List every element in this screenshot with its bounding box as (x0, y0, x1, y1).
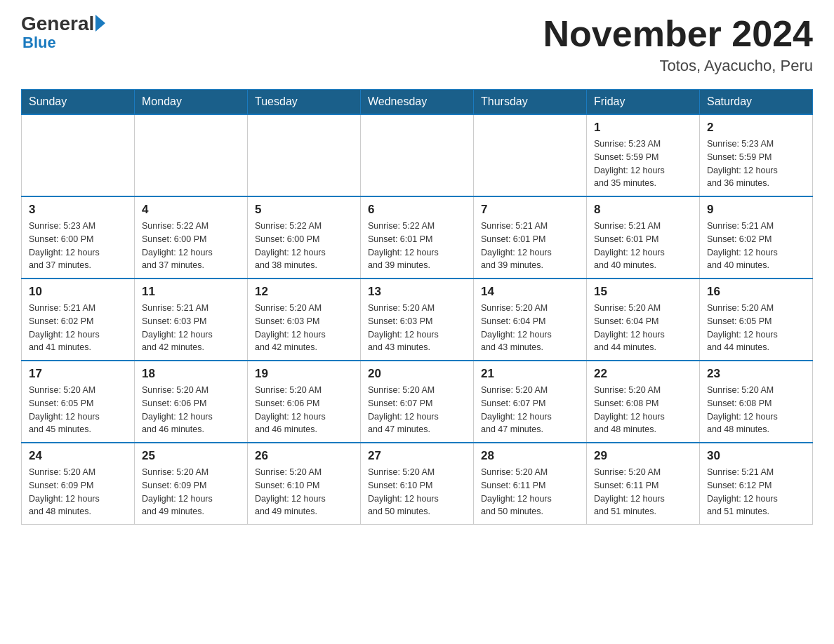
day-number: 24 (29, 449, 127, 463)
day-info: Sunrise: 5:23 AMSunset: 5:59 PMDaylight:… (594, 137, 692, 190)
calendar-cell: 26Sunrise: 5:20 AMSunset: 6:10 PMDayligh… (248, 443, 361, 525)
calendar-cell: 27Sunrise: 5:20 AMSunset: 6:10 PMDayligh… (361, 443, 474, 525)
day-number: 10 (29, 285, 127, 299)
calendar-table: SundayMondayTuesdayWednesdayThursdayFrid… (21, 89, 813, 525)
day-number: 3 (29, 203, 127, 217)
day-number: 6 (368, 203, 466, 217)
calendar-day-header: Saturday (700, 90, 813, 115)
calendar-cell: 2Sunrise: 5:23 AMSunset: 5:59 PMDaylight… (700, 114, 813, 196)
calendar-cell: 10Sunrise: 5:21 AMSunset: 6:02 PMDayligh… (22, 279, 135, 361)
calendar-day-header: Friday (587, 90, 700, 115)
calendar-cell: 30Sunrise: 5:21 AMSunset: 6:12 PMDayligh… (700, 443, 813, 525)
calendar-cell: 12Sunrise: 5:20 AMSunset: 6:03 PMDayligh… (248, 279, 361, 361)
day-info: Sunrise: 5:21 AMSunset: 6:02 PMDaylight:… (707, 220, 805, 272)
calendar-cell: 18Sunrise: 5:20 AMSunset: 6:06 PMDayligh… (135, 361, 248, 443)
calendar-day-header: Wednesday (361, 90, 474, 115)
calendar-week-row: 24Sunrise: 5:20 AMSunset: 6:09 PMDayligh… (22, 443, 813, 525)
day-number: 21 (481, 367, 579, 381)
day-number: 17 (29, 367, 127, 381)
day-info: Sunrise: 5:20 AMSunset: 6:06 PMDaylight:… (142, 384, 240, 436)
calendar-cell: 13Sunrise: 5:20 AMSunset: 6:03 PMDayligh… (361, 279, 474, 361)
location: Totos, Ayacucho, Peru (543, 57, 813, 75)
day-number: 25 (142, 449, 240, 463)
day-number: 4 (142, 203, 240, 217)
day-number: 8 (594, 203, 692, 217)
day-info: Sunrise: 5:20 AMSunset: 6:06 PMDaylight:… (255, 384, 353, 436)
calendar-week-row: 3Sunrise: 5:23 AMSunset: 6:00 PMDaylight… (22, 196, 813, 279)
day-info: Sunrise: 5:21 AMSunset: 6:01 PMDaylight:… (594, 220, 692, 272)
logo-blue-text: Blue (22, 34, 56, 52)
day-info: Sunrise: 5:20 AMSunset: 6:10 PMDaylight:… (255, 466, 353, 518)
day-info: Sunrise: 5:20 AMSunset: 6:03 PMDaylight:… (368, 302, 466, 354)
day-number: 30 (707, 449, 805, 463)
calendar-day-header: Monday (135, 90, 248, 115)
calendar-cell: 23Sunrise: 5:20 AMSunset: 6:08 PMDayligh… (700, 361, 813, 443)
day-number: 14 (481, 285, 579, 299)
day-number: 12 (255, 285, 353, 299)
day-info: Sunrise: 5:20 AMSunset: 6:11 PMDaylight:… (481, 466, 579, 518)
day-number: 20 (368, 367, 466, 381)
day-number: 11 (142, 285, 240, 299)
day-info: Sunrise: 5:22 AMSunset: 6:00 PMDaylight:… (142, 220, 240, 272)
day-info: Sunrise: 5:20 AMSunset: 6:03 PMDaylight:… (255, 302, 353, 354)
calendar-cell (361, 114, 474, 196)
day-info: Sunrise: 5:20 AMSunset: 6:05 PMDaylight:… (29, 384, 127, 436)
day-info: Sunrise: 5:20 AMSunset: 6:07 PMDaylight:… (368, 384, 466, 436)
day-info: Sunrise: 5:23 AMSunset: 5:59 PMDaylight:… (707, 137, 805, 190)
calendar-week-row: 1Sunrise: 5:23 AMSunset: 5:59 PMDaylight… (22, 114, 813, 196)
calendar-cell: 5Sunrise: 5:22 AMSunset: 6:00 PMDaylight… (248, 196, 361, 279)
day-number: 18 (142, 367, 240, 381)
logo: General Blue (21, 14, 105, 52)
day-info: Sunrise: 5:20 AMSunset: 6:09 PMDaylight:… (29, 466, 127, 518)
calendar-cell: 21Sunrise: 5:20 AMSunset: 6:07 PMDayligh… (474, 361, 587, 443)
day-info: Sunrise: 5:20 AMSunset: 6:08 PMDaylight:… (707, 384, 805, 436)
calendar-cell: 7Sunrise: 5:21 AMSunset: 6:01 PMDaylight… (474, 196, 587, 279)
day-number: 28 (481, 449, 579, 463)
day-number: 13 (368, 285, 466, 299)
day-info: Sunrise: 5:20 AMSunset: 6:10 PMDaylight:… (368, 466, 466, 518)
page-header: General Blue November 2024 Totos, Ayacuc… (21, 14, 813, 75)
calendar-cell (22, 114, 135, 196)
day-info: Sunrise: 5:20 AMSunset: 6:08 PMDaylight:… (594, 384, 692, 436)
day-number: 22 (594, 367, 692, 381)
calendar-week-row: 10Sunrise: 5:21 AMSunset: 6:02 PMDayligh… (22, 279, 813, 361)
calendar-cell: 16Sunrise: 5:20 AMSunset: 6:05 PMDayligh… (700, 279, 813, 361)
day-info: Sunrise: 5:20 AMSunset: 6:04 PMDaylight:… (594, 302, 692, 354)
calendar-cell: 25Sunrise: 5:20 AMSunset: 6:09 PMDayligh… (135, 443, 248, 525)
day-number: 26 (255, 449, 353, 463)
calendar-cell: 9Sunrise: 5:21 AMSunset: 6:02 PMDaylight… (700, 196, 813, 279)
calendar-cell: 8Sunrise: 5:21 AMSunset: 6:01 PMDaylight… (587, 196, 700, 279)
calendar-cell: 19Sunrise: 5:20 AMSunset: 6:06 PMDayligh… (248, 361, 361, 443)
calendar-cell: 6Sunrise: 5:22 AMSunset: 6:01 PMDaylight… (361, 196, 474, 279)
day-number: 2 (707, 121, 805, 135)
day-number: 5 (255, 203, 353, 217)
day-number: 27 (368, 449, 466, 463)
day-number: 15 (594, 285, 692, 299)
calendar-cell: 20Sunrise: 5:20 AMSunset: 6:07 PMDayligh… (361, 361, 474, 443)
day-number: 7 (481, 203, 579, 217)
calendar-day-header: Tuesday (248, 90, 361, 115)
calendar-cell: 28Sunrise: 5:20 AMSunset: 6:11 PMDayligh… (474, 443, 587, 525)
calendar-cell: 4Sunrise: 5:22 AMSunset: 6:00 PMDaylight… (135, 196, 248, 279)
day-info: Sunrise: 5:20 AMSunset: 6:05 PMDaylight:… (707, 302, 805, 354)
calendar-cell: 14Sunrise: 5:20 AMSunset: 6:04 PMDayligh… (474, 279, 587, 361)
day-info: Sunrise: 5:20 AMSunset: 6:07 PMDaylight:… (481, 384, 579, 436)
logo-general-text: General (21, 14, 94, 34)
calendar-cell (474, 114, 587, 196)
day-number: 1 (594, 121, 692, 135)
calendar-day-header: Sunday (22, 90, 135, 115)
calendar-cell: 3Sunrise: 5:23 AMSunset: 6:00 PMDaylight… (22, 196, 135, 279)
day-info: Sunrise: 5:21 AMSunset: 6:12 PMDaylight:… (707, 466, 805, 518)
calendar-cell: 29Sunrise: 5:20 AMSunset: 6:11 PMDayligh… (587, 443, 700, 525)
calendar-cell: 22Sunrise: 5:20 AMSunset: 6:08 PMDayligh… (587, 361, 700, 443)
calendar-header-row: SundayMondayTuesdayWednesdayThursdayFrid… (22, 90, 813, 115)
calendar-cell (135, 114, 248, 196)
day-info: Sunrise: 5:21 AMSunset: 6:03 PMDaylight:… (142, 302, 240, 354)
day-info: Sunrise: 5:22 AMSunset: 6:01 PMDaylight:… (368, 220, 466, 272)
calendar-cell: 24Sunrise: 5:20 AMSunset: 6:09 PMDayligh… (22, 443, 135, 525)
day-info: Sunrise: 5:21 AMSunset: 6:02 PMDaylight:… (29, 302, 127, 354)
day-info: Sunrise: 5:22 AMSunset: 6:00 PMDaylight:… (255, 220, 353, 272)
month-title: November 2024 (543, 14, 813, 54)
day-info: Sunrise: 5:20 AMSunset: 6:09 PMDaylight:… (142, 466, 240, 518)
calendar-cell: 17Sunrise: 5:20 AMSunset: 6:05 PMDayligh… (22, 361, 135, 443)
